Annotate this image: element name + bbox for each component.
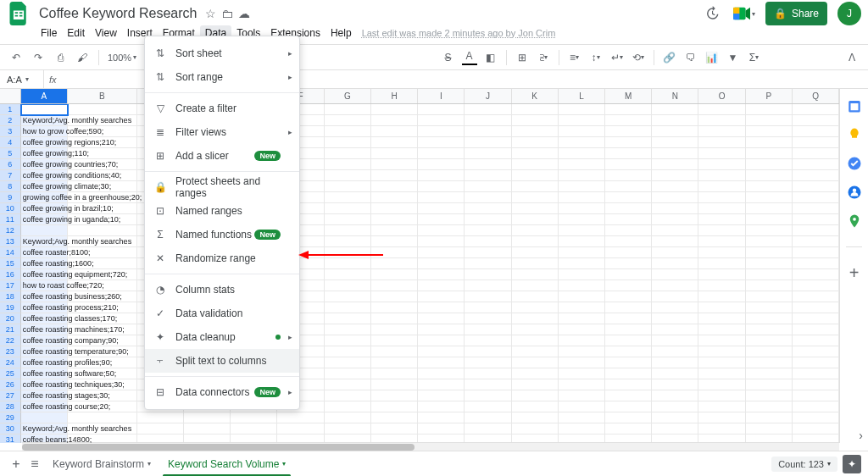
menu-file[interactable]: File: [36, 25, 62, 41]
cell[interactable]: [371, 115, 418, 126]
cell[interactable]: [512, 181, 559, 192]
cell[interactable]: [137, 412, 184, 423]
cell[interactable]: [559, 115, 605, 126]
cell[interactable]: [465, 390, 511, 401]
cell[interactable]: [746, 269, 793, 280]
paint-format-icon[interactable]: 🖌: [75, 50, 90, 65]
cell[interactable]: [559, 302, 605, 313]
cell[interactable]: [512, 148, 559, 159]
sheet-tab-brainstorm[interactable]: Keyword Brainstorm▾: [44, 454, 159, 474]
cell[interactable]: [371, 324, 418, 335]
cell[interactable]: coffee roasting techniques;30;: [21, 379, 68, 390]
cell[interactable]: [418, 269, 465, 280]
cell[interactable]: coffee roasting profiles;90;: [21, 357, 68, 368]
cell[interactable]: [68, 412, 137, 423]
name-box[interactable]: A:A▾: [0, 70, 44, 88]
cell[interactable]: coffee roasting software;50;: [21, 368, 68, 379]
cell[interactable]: [512, 423, 559, 434]
cell[interactable]: [605, 181, 652, 192]
cell[interactable]: [559, 280, 605, 291]
column-header[interactable]: H: [371, 89, 418, 103]
cell[interactable]: [325, 148, 371, 159]
cell[interactable]: [465, 258, 511, 269]
cell[interactable]: [793, 126, 839, 137]
cell[interactable]: [605, 159, 652, 170]
cell[interactable]: [371, 170, 418, 181]
cell[interactable]: [746, 291, 793, 302]
cell[interactable]: coffee growing regions;210;: [21, 137, 68, 148]
cell[interactable]: [418, 137, 465, 148]
cell[interactable]: [652, 335, 698, 346]
cell[interactable]: [793, 368, 839, 379]
cell[interactable]: [371, 148, 418, 159]
cell[interactable]: [652, 126, 698, 137]
cell[interactable]: [512, 401, 559, 412]
cell[interactable]: [325, 390, 371, 401]
cell[interactable]: [465, 412, 511, 423]
strikethrough-icon[interactable]: S: [441, 50, 456, 65]
cell[interactable]: [605, 236, 652, 247]
cell[interactable]: [559, 324, 605, 335]
row-header[interactable]: 12: [0, 225, 21, 236]
maps-icon[interactable]: [846, 213, 863, 230]
chart-icon[interactable]: 📊: [704, 50, 720, 65]
edit-history-link[interactable]: Last edit was made 2 minutes ago by Jon …: [362, 28, 556, 38]
cell[interactable]: [512, 390, 559, 401]
select-all-corner[interactable]: [0, 89, 21, 103]
cell[interactable]: [698, 423, 745, 434]
cell[interactable]: [605, 313, 652, 324]
row-header[interactable]: 4: [0, 137, 21, 148]
cell[interactable]: [652, 302, 698, 313]
contacts-icon[interactable]: [846, 184, 863, 201]
side-panel-collapse-icon[interactable]: ›: [859, 429, 863, 442]
cell[interactable]: [698, 412, 745, 423]
cell[interactable]: [698, 324, 745, 335]
cell[interactable]: [325, 412, 371, 423]
cell[interactable]: [746, 390, 793, 401]
row-header[interactable]: 26: [0, 379, 21, 390]
cell[interactable]: [698, 159, 745, 170]
valign-icon[interactable]: ↕▾: [588, 50, 604, 65]
cell[interactable]: [512, 280, 559, 291]
cell[interactable]: [418, 247, 465, 258]
cell[interactable]: [698, 214, 745, 225]
cell[interactable]: [652, 115, 698, 126]
cell[interactable]: coffee roasting classes;170;: [21, 313, 68, 324]
cell[interactable]: [371, 423, 418, 434]
menu-item-column-stats[interactable]: ◔Column stats: [145, 278, 299, 302]
all-sheets-button[interactable]: ≡: [25, 455, 44, 473]
cell[interactable]: [605, 269, 652, 280]
cell[interactable]: [746, 181, 793, 192]
cell[interactable]: [371, 203, 418, 214]
cell[interactable]: [512, 324, 559, 335]
cell[interactable]: [652, 313, 698, 324]
row-header[interactable]: 28: [0, 401, 21, 412]
column-header[interactable]: M: [605, 89, 652, 103]
cell[interactable]: [793, 104, 839, 115]
explore-button[interactable]: ✦: [843, 455, 861, 473]
cell[interactable]: [371, 214, 418, 225]
cell[interactable]: [559, 192, 605, 203]
cell[interactable]: coffee roaster;8100;: [21, 247, 68, 258]
cell[interactable]: [746, 313, 793, 324]
row-header[interactable]: 25: [0, 368, 21, 379]
cell[interactable]: [793, 390, 839, 401]
share-button[interactable]: 🔒 Share: [765, 2, 827, 25]
cell[interactable]: [418, 412, 465, 423]
cell[interactable]: [698, 126, 745, 137]
cell[interactable]: [325, 313, 371, 324]
cell[interactable]: [793, 302, 839, 313]
cell[interactable]: [371, 313, 418, 324]
cell[interactable]: [605, 148, 652, 159]
cell[interactable]: [465, 324, 511, 335]
row-header[interactable]: 23: [0, 346, 21, 357]
cell[interactable]: coffee growing in brazil;10;: [21, 203, 68, 214]
cell[interactable]: [559, 401, 605, 412]
rotate-icon[interactable]: ⟲▾: [631, 50, 646, 65]
cell[interactable]: [793, 280, 839, 291]
cell[interactable]: [605, 379, 652, 390]
cell[interactable]: [325, 401, 371, 412]
cell[interactable]: coffee growing climate;30;: [21, 181, 68, 192]
cell[interactable]: [652, 324, 698, 335]
redo-icon[interactable]: ↷: [31, 50, 46, 65]
